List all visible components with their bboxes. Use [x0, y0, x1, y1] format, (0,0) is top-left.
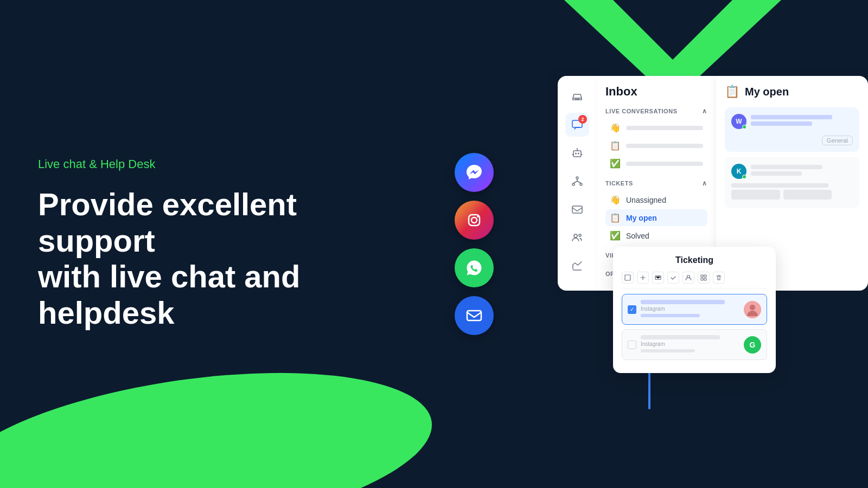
- tagline: Live chat & Help Desk: [38, 157, 374, 171]
- ticket-line-2a: [641, 335, 720, 339]
- nav-item-wave1[interactable]: 👋: [605, 119, 707, 136]
- unassigned-icon: 👋: [610, 195, 621, 205]
- ticket-checkbox-1[interactable]: ✓: [628, 305, 636, 314]
- sidebar-icon-org[interactable]: [565, 169, 589, 193]
- instagram-icon[interactable]: [455, 201, 494, 240]
- svg-point-14: [579, 234, 581, 236]
- solved-label: Solved: [626, 232, 649, 240]
- live-conv-chevron: ∧: [702, 107, 707, 115]
- ticket-row-1[interactable]: ✓ Instagram: [622, 294, 767, 325]
- headline-line1: Provide excellent support: [38, 187, 297, 258]
- placeholder-line2: [626, 144, 703, 148]
- tool-btn-delete[interactable]: [713, 272, 725, 284]
- conv-lines-2: [751, 165, 853, 178]
- conv-line-2a: [751, 165, 822, 169]
- messenger-icon[interactable]: [455, 153, 494, 192]
- check-icon: ✅: [610, 158, 621, 169]
- conv-lines-1: [751, 115, 853, 128]
- general-tag: General: [822, 136, 853, 145]
- sidebar-icon-bot[interactable]: [565, 141, 589, 165]
- svg-point-9: [576, 177, 578, 179]
- ticket-toolbar: [622, 272, 767, 288]
- nav-item-doc1[interactable]: 📋: [605, 137, 707, 154]
- svg-rect-5: [573, 151, 581, 157]
- online-dot-k: [742, 175, 746, 179]
- message-badge: 2: [578, 115, 587, 124]
- svg-rect-18: [701, 275, 703, 277]
- whatsapp-icon[interactable]: [455, 248, 494, 287]
- svg-rect-20: [701, 278, 703, 280]
- ticket-line-2b: [641, 349, 695, 352]
- ticket-content-2: Instagram: [641, 335, 739, 354]
- ticket-checkbox-2[interactable]: [628, 341, 636, 349]
- conv-line: [751, 115, 832, 119]
- nav-item-myopen[interactable]: 📋 My open: [605, 209, 707, 226]
- svg-point-10: [572, 183, 575, 185]
- email-icon[interactable]: [455, 296, 494, 335]
- headline: Provide excellent support with live chat…: [38, 187, 374, 331]
- ticket-content-1: Instagram: [641, 300, 739, 319]
- unassigned-label: Unassigned: [626, 196, 666, 204]
- conv-line: [751, 121, 812, 126]
- nav-item-solved[interactable]: ✅ Solved: [605, 227, 707, 244]
- svg-point-8: [577, 148, 578, 149]
- conv-card-1-header: W: [731, 114, 853, 129]
- tool-btn-2[interactable]: [637, 272, 649, 284]
- conv-card-2-header: K: [731, 164, 853, 179]
- svg-point-6: [575, 153, 577, 155]
- left-content: Live chat & Help Desk Provide excellent …: [38, 157, 374, 331]
- tool-btn-email[interactable]: [652, 272, 664, 284]
- svg-point-7: [578, 153, 579, 155]
- ticket-line-1b: [641, 314, 700, 317]
- sidebar-icon-inbox[interactable]: [565, 85, 589, 108]
- wave-icon: 👋: [610, 123, 621, 133]
- svg-rect-19: [704, 275, 706, 277]
- svg-rect-21: [704, 278, 706, 280]
- svg-rect-15: [625, 275, 630, 280]
- nav-item-unassigned[interactable]: 👋 Unassigned: [605, 191, 707, 208]
- svg-point-13: [574, 234, 577, 237]
- conv-tag-1: [731, 190, 780, 200]
- ticket-source-2: Instagram: [641, 341, 739, 347]
- tickets-chevron: ∧: [702, 179, 707, 187]
- tool-btn-1[interactable]: [622, 272, 634, 284]
- sidebar: 2: [558, 76, 597, 291]
- ticket-avatar-photo: [744, 301, 761, 318]
- tool-btn-grid[interactable]: [698, 272, 710, 284]
- placeholder-line3: [626, 162, 703, 166]
- ticket-source-1: Instagram: [641, 306, 739, 312]
- tool-btn-person[interactable]: [682, 272, 694, 284]
- nav-item-check1[interactable]: ✅: [605, 155, 707, 172]
- myopen-panel-title: My open: [745, 86, 789, 98]
- avatar-w: W: [731, 114, 746, 129]
- doc-icon: 📋: [610, 140, 621, 151]
- sidebar-icon-messages[interactable]: 2: [565, 113, 589, 137]
- myopen-label: My open: [626, 214, 657, 222]
- social-icons-column: [455, 153, 494, 335]
- myopen-panel-icon: 📋: [725, 85, 739, 99]
- svg-point-23: [750, 305, 755, 310]
- conv-tag-2: [783, 190, 832, 200]
- ticket-line-1a: [641, 300, 725, 304]
- tickets-header[interactable]: TICKETS ∧: [605, 179, 707, 187]
- svg-rect-3: [467, 311, 481, 320]
- online-dot-w: [742, 125, 746, 129]
- sidebar-icon-team[interactable]: [565, 226, 589, 249]
- sidebar-icon-chart[interactable]: [565, 254, 589, 278]
- solved-icon: ✅: [610, 230, 621, 241]
- ticketing-panel: Ticketing ✓ Instagram: [613, 247, 776, 373]
- conv-line-2c: [731, 183, 828, 188]
- live-conversations-header[interactable]: LIVE CONVERSATIONS ∧: [605, 107, 707, 115]
- conversation-card-1[interactable]: W General: [725, 107, 859, 152]
- ticket-row-2[interactable]: Instagram G: [622, 329, 767, 360]
- conversation-card-2[interactable]: K: [725, 157, 859, 208]
- ticketing-title: Ticketing: [622, 255, 767, 265]
- conv-line-2b: [751, 171, 802, 176]
- placeholder-line: [626, 126, 703, 130]
- svg-rect-12: [572, 206, 582, 213]
- myopen-icon: 📋: [610, 213, 621, 223]
- ticket-avatar-g: G: [744, 336, 761, 354]
- sidebar-icon-email[interactable]: [565, 197, 589, 221]
- tool-btn-check[interactable]: [667, 272, 679, 284]
- inbox-title: Inbox: [605, 85, 707, 99]
